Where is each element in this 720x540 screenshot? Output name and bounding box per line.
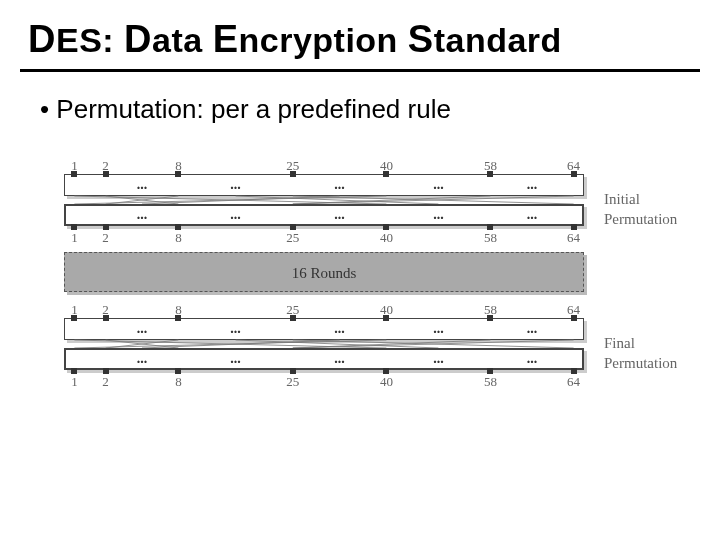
svg-line-13: [74, 340, 386, 348]
svg-line-5: [293, 196, 491, 204]
svg-line-15: [293, 340, 574, 348]
final-label: FinalPermutation: [604, 334, 704, 373]
svg-line-16: [236, 340, 439, 348]
svg-line-0: [74, 196, 386, 204]
initial-label: InitialPermutation: [604, 190, 704, 229]
svg-line-6: [293, 196, 574, 204]
des-diagram: 1 2 8 25 40 58 64 ... ... ... ... ...: [64, 160, 656, 388]
svg-line-11: [106, 340, 179, 348]
svg-line-9: [74, 340, 386, 348]
svg-line-1: [106, 196, 179, 204]
final-permutation-box: 1 2 8 25 40 58 64 ... ... ... ... ...: [64, 304, 584, 384]
svg-line-12: [293, 340, 574, 348]
svg-line-4: [74, 196, 386, 204]
svg-line-7: [236, 196, 439, 204]
svg-line-17: [142, 340, 340, 348]
bullet-text: Permutation: per a predefined rule: [0, 72, 720, 125]
svg-line-2: [106, 196, 179, 204]
svg-line-14: [293, 340, 491, 348]
svg-line-10: [106, 340, 179, 348]
slide-title: DES: Data Encryption Standard: [0, 0, 720, 65]
rounds-box: 16 Rounds: [64, 252, 584, 292]
initial-permutation-box: 1 2 8 25 40 58 64 ... ... ... ... ...: [64, 160, 584, 240]
svg-line-8: [142, 196, 340, 204]
svg-line-3: [293, 196, 574, 204]
